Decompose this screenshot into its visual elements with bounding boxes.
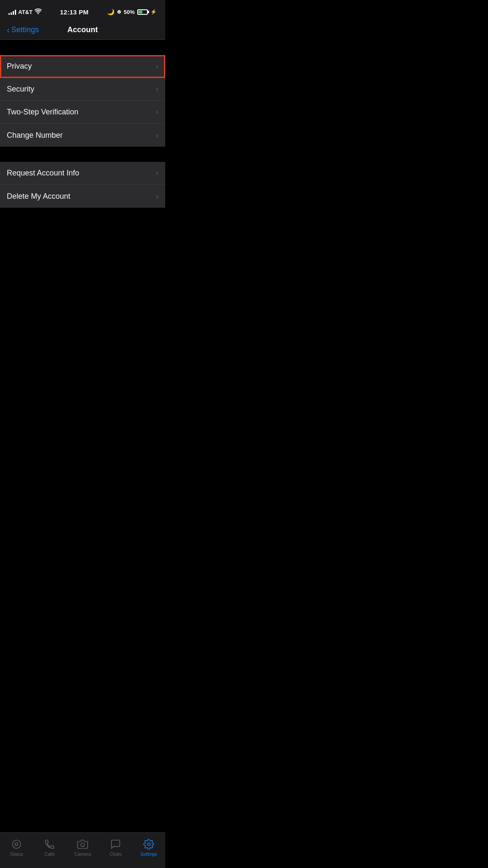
battery-icon-container [137,9,148,15]
menu-item-request-account[interactable]: Request Account Info › [0,162,165,185]
signal-bar-3 [13,11,14,15]
delete-account-label: Delete My Account [7,192,70,201]
status-time: 12:13 PM [60,8,89,16]
charging-icon: ⚡ [150,9,157,15]
top-spacer [0,40,165,55]
change-number-chevron-icon: › [156,131,158,140]
two-step-chevron-icon: › [156,108,158,117]
battery-icon [137,9,148,15]
change-number-label: Change Number [7,131,63,140]
two-step-label: Two-Step Verification [7,108,78,117]
privacy-chevron-icon: › [156,62,158,71]
location-icon: ⊕ [117,9,121,15]
menu-item-two-step[interactable]: Two-Step Verification › [0,101,165,124]
back-button[interactable]: ‹ Settings [7,25,39,35]
security-label: Security [7,85,34,94]
status-bar: AT&T 12:13 PM 🌙 ⊕ 50% ⚡ [0,0,165,21]
section-2: Request Account Info › Delete My Account… [0,162,165,208]
page-title: Account [67,25,98,34]
wifi-icon [35,8,42,16]
request-account-label: Request Account Info [7,169,79,178]
empty-area [0,208,165,358]
section-1: Privacy › Security › Two-Step Verificati… [0,55,165,147]
signal-bars [8,9,16,15]
battery-fill [139,11,143,14]
privacy-label: Privacy [7,62,32,71]
signal-bar-1 [8,13,10,15]
nav-bar: ‹ Settings Account [0,21,165,40]
page-wrapper: AT&T 12:13 PM 🌙 ⊕ 50% ⚡ ‹ [0,0,165,358]
status-right: 🌙 ⊕ 50% ⚡ [107,8,157,15]
back-chevron-icon: ‹ [7,25,10,35]
menu-item-privacy[interactable]: Privacy › [0,55,165,78]
menu-item-delete-account[interactable]: Delete My Account › [0,185,165,208]
section-divider [0,147,165,162]
delete-account-chevron-icon: › [156,192,158,201]
moon-icon: 🌙 [107,8,114,15]
signal-bar-2 [11,12,12,15]
back-label: Settings [11,25,39,34]
security-chevron-icon: › [156,85,158,94]
menu-item-security[interactable]: Security › [0,78,165,101]
status-left: AT&T [8,8,42,16]
battery-percent: 50% [124,9,135,15]
request-account-chevron-icon: › [156,169,158,178]
signal-bar-4 [15,10,16,15]
menu-item-change-number[interactable]: Change Number › [0,124,165,147]
carrier-label: AT&T [18,9,33,15]
